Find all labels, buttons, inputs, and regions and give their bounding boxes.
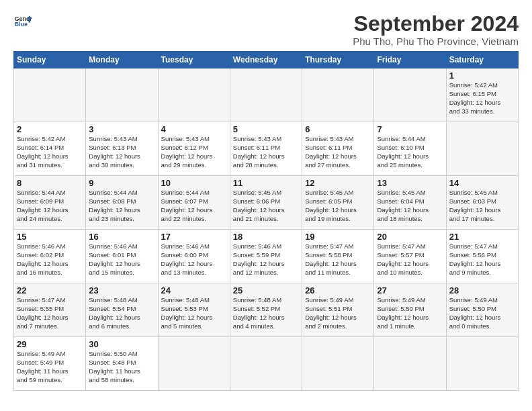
calendar-cell: 11Sunrise: 5:45 AM Sunset: 6:06 PM Dayli… [230,176,302,230]
calendar-cell: 27Sunrise: 5:49 AM Sunset: 5:50 PM Dayli… [374,283,446,337]
calendar-cell: 26Sunrise: 5:49 AM Sunset: 5:51 PM Dayli… [302,283,374,337]
day-info: Sunrise: 5:42 AM Sunset: 6:14 PM Dayligh… [17,135,83,169]
day-number: 1 [449,71,515,81]
calendar-cell: 21Sunrise: 5:47 AM Sunset: 5:56 PM Dayli… [446,230,518,283]
calendar-cell: 19Sunrise: 5:47 AM Sunset: 5:58 PM Dayli… [302,230,374,283]
calendar-cell: 24Sunrise: 5:48 AM Sunset: 5:53 PM Dayli… [158,283,230,337]
calendar-title: September 2024 [353,12,519,36]
calendar-cell: 16Sunrise: 5:46 AM Sunset: 6:01 PM Dayli… [86,230,158,283]
logo-icon: General Blue [13,12,32,31]
calendar-cell: 25Sunrise: 5:48 AM Sunset: 5:52 PM Dayli… [230,283,302,337]
day-info: Sunrise: 5:46 AM Sunset: 5:59 PM Dayligh… [233,242,299,277]
calendar-cell [446,122,518,176]
day-info: Sunrise: 5:47 AM Sunset: 5:57 PM Dayligh… [377,242,443,277]
calendar-cell: 22Sunrise: 5:47 AM Sunset: 5:55 PM Dayli… [14,283,86,337]
calendar-cell: 1Sunrise: 5:42 AM Sunset: 6:15 PM Daylig… [446,68,518,122]
col-header-monday: Monday [86,52,158,68]
col-header-thursday: Thursday [302,52,374,68]
day-info: Sunrise: 5:49 AM Sunset: 5:50 PM Dayligh… [377,296,443,330]
calendar-cell [86,68,158,122]
calendar-cell: 17Sunrise: 5:46 AM Sunset: 6:00 PM Dayli… [158,230,230,283]
day-info: Sunrise: 5:44 AM Sunset: 6:07 PM Dayligh… [161,189,227,223]
day-info: Sunrise: 5:42 AM Sunset: 6:15 PM Dayligh… [449,81,515,116]
day-number: 19 [305,232,371,242]
day-number: 6 [305,124,371,134]
day-info: Sunrise: 5:49 AM Sunset: 5:49 PM Dayligh… [17,350,83,384]
day-info: Sunrise: 5:49 AM Sunset: 5:50 PM Dayligh… [449,296,515,330]
calendar-cell: 29Sunrise: 5:49 AM Sunset: 5:49 PM Dayli… [14,337,86,391]
day-info: Sunrise: 5:46 AM Sunset: 6:02 PM Dayligh… [17,242,83,277]
day-info: Sunrise: 5:43 AM Sunset: 6:11 PM Dayligh… [233,135,299,169]
day-number: 10 [161,178,227,188]
day-number: 3 [89,124,154,134]
title-block: September 2024 Phu Tho, Phu Tho Province… [353,12,519,47]
calendar-cell: 14Sunrise: 5:45 AM Sunset: 6:03 PM Dayli… [446,176,518,230]
calendar-cell [374,68,446,122]
day-info: Sunrise: 5:45 AM Sunset: 6:03 PM Dayligh… [449,189,515,223]
day-number: 21 [449,232,515,242]
day-number: 12 [305,178,371,188]
calendar-cell: 7Sunrise: 5:44 AM Sunset: 6:10 PM Daylig… [374,122,446,176]
day-info: Sunrise: 5:50 AM Sunset: 5:48 PM Dayligh… [89,350,154,384]
calendar-week-row: 15Sunrise: 5:46 AM Sunset: 6:02 PM Dayli… [14,230,519,283]
calendar-cell [302,68,374,122]
logo: General Blue [13,12,35,31]
calendar-cell [446,337,518,391]
calendar-cell: 4Sunrise: 5:43 AM Sunset: 6:12 PM Daylig… [158,122,230,176]
calendar-cell: 30Sunrise: 5:50 AM Sunset: 5:48 PM Dayli… [86,337,158,391]
calendar-cell: 3Sunrise: 5:43 AM Sunset: 6:13 PM Daylig… [86,122,158,176]
day-info: Sunrise: 5:43 AM Sunset: 6:13 PM Dayligh… [89,135,154,169]
calendar-cell [158,337,230,391]
calendar-cell: 13Sunrise: 5:45 AM Sunset: 6:04 PM Dayli… [374,176,446,230]
calendar-cell [158,68,230,122]
day-info: Sunrise: 5:45 AM Sunset: 6:05 PM Dayligh… [305,189,371,223]
calendar-week-row: 1Sunrise: 5:42 AM Sunset: 6:15 PM Daylig… [14,68,519,122]
calendar-cell: 15Sunrise: 5:46 AM Sunset: 6:02 PM Dayli… [14,230,86,283]
day-info: Sunrise: 5:47 AM Sunset: 5:56 PM Dayligh… [449,242,515,277]
calendar-cell [374,337,446,391]
day-number: 7 [377,124,443,134]
day-info: Sunrise: 5:47 AM Sunset: 5:55 PM Dayligh… [17,296,83,330]
calendar-cell: 18Sunrise: 5:46 AM Sunset: 5:59 PM Dayli… [230,230,302,283]
calendar-cell [14,68,86,122]
calendar-week-row: 8Sunrise: 5:44 AM Sunset: 6:09 PM Daylig… [14,176,519,230]
day-number: 14 [449,178,515,188]
day-number: 2 [17,124,83,134]
day-info: Sunrise: 5:48 AM Sunset: 5:54 PM Dayligh… [89,296,154,330]
svg-text:Blue: Blue [14,21,28,28]
day-number: 17 [161,232,227,242]
calendar-week-row: 2Sunrise: 5:42 AM Sunset: 6:14 PM Daylig… [14,122,519,176]
calendar-cell: 10Sunrise: 5:44 AM Sunset: 6:07 PM Dayli… [158,176,230,230]
calendar-cell [230,337,302,391]
day-info: Sunrise: 5:46 AM Sunset: 6:01 PM Dayligh… [89,242,154,277]
day-number: 11 [233,178,299,188]
calendar-week-row: 29Sunrise: 5:49 AM Sunset: 5:49 PM Dayli… [14,337,519,391]
calendar-cell: 2Sunrise: 5:42 AM Sunset: 6:14 PM Daylig… [14,122,86,176]
calendar-cell: 9Sunrise: 5:44 AM Sunset: 6:08 PM Daylig… [86,176,158,230]
day-info: Sunrise: 5:44 AM Sunset: 6:08 PM Dayligh… [89,189,154,223]
day-number: 24 [161,285,227,295]
calendar-week-row: 22Sunrise: 5:47 AM Sunset: 5:55 PM Dayli… [14,283,519,337]
day-number: 30 [89,339,154,349]
calendar-cell: 5Sunrise: 5:43 AM Sunset: 6:11 PM Daylig… [230,122,302,176]
calendar-cell [302,337,374,391]
day-number: 13 [377,178,443,188]
day-info: Sunrise: 5:45 AM Sunset: 6:06 PM Dayligh… [233,189,299,223]
day-info: Sunrise: 5:49 AM Sunset: 5:51 PM Dayligh… [305,296,371,330]
day-number: 23 [89,285,154,295]
day-number: 4 [161,124,227,134]
col-header-tuesday: Tuesday [158,52,230,68]
calendar-cell [230,68,302,122]
day-info: Sunrise: 5:43 AM Sunset: 6:11 PM Dayligh… [305,135,371,169]
col-header-sunday: Sunday [14,52,86,68]
day-info: Sunrise: 5:46 AM Sunset: 6:00 PM Dayligh… [161,242,227,277]
calendar-cell: 12Sunrise: 5:45 AM Sunset: 6:05 PM Dayli… [302,176,374,230]
day-number: 18 [233,232,299,242]
day-info: Sunrise: 5:48 AM Sunset: 5:52 PM Dayligh… [233,296,299,330]
calendar-cell: 23Sunrise: 5:48 AM Sunset: 5:54 PM Dayli… [86,283,158,337]
page-header: General Blue September 2024 Phu Tho, Phu… [13,12,519,47]
day-number: 29 [17,339,83,349]
calendar-cell: 20Sunrise: 5:47 AM Sunset: 5:57 PM Dayli… [374,230,446,283]
day-number: 27 [377,285,443,295]
day-info: Sunrise: 5:48 AM Sunset: 5:53 PM Dayligh… [161,296,227,330]
